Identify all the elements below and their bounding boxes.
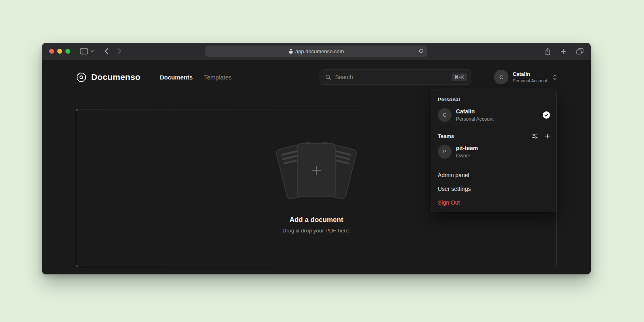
titlebar-right-actions <box>545 48 583 55</box>
chevron-down-icon[interactable] <box>90 50 94 52</box>
url-text: app.documenso.com <box>295 48 344 54</box>
desktop-background: app.documenso.com <box>0 0 644 322</box>
menu-item-admin-panel[interactable]: Admin panel <box>431 168 556 182</box>
dropzone-subtitle: Drag & drop your PDF here. <box>282 228 350 234</box>
account-type: Personal Account <box>512 78 547 83</box>
teams-section-label: Teams <box>438 133 454 139</box>
teams-section-header: Teams <box>431 132 556 143</box>
menu-item-sign-out[interactable]: Sign Out <box>431 196 556 209</box>
account-dropdown-menu: Personal C Catalin Personal Account Team… <box>431 90 557 212</box>
personal-account-item[interactable]: C Catalin Personal Account <box>431 106 556 127</box>
selector-chevrons-icon <box>553 74 557 80</box>
team-item-pit-team[interactable]: P pit-team Owner <box>431 143 556 164</box>
avatar: C <box>438 108 452 122</box>
app-content: Documenso Documents Templates ⌘+K C <box>42 60 591 274</box>
main-nav: Documents Templates <box>160 74 232 81</box>
document-card-front <box>297 143 336 197</box>
account-name: Catalin <box>512 71 547 77</box>
zoom-window-button[interactable] <box>65 49 70 54</box>
document-stack-illustration <box>272 142 361 204</box>
window-controls <box>49 49 70 54</box>
add-team-icon[interactable] <box>545 134 550 139</box>
search-input[interactable] <box>335 74 447 80</box>
close-window-button[interactable] <box>49 49 54 54</box>
personal-section-label: Personal <box>431 94 556 106</box>
personal-account-name: Catalin <box>456 108 493 115</box>
search-icon <box>325 74 331 80</box>
new-tab-icon[interactable] <box>560 48 567 54</box>
nav-documents[interactable]: Documents <box>160 74 193 81</box>
brand-name: Documenso <box>91 72 140 82</box>
address-bar[interactable]: app.documenso.com <box>205 46 427 57</box>
add-document-plus-icon <box>310 164 322 176</box>
personal-account-type: Personal Account <box>456 116 493 122</box>
team-role: Owner <box>456 153 478 159</box>
avatar: C <box>494 70 508 84</box>
menu-item-user-settings[interactable]: User settings <box>431 182 556 196</box>
account-menu-button[interactable]: C Catalin Personal Account <box>494 70 557 84</box>
refresh-icon[interactable] <box>418 48 424 54</box>
avatar: P <box>438 145 452 159</box>
dropzone-title: Add a document <box>289 216 343 224</box>
forward-button[interactable] <box>117 48 121 54</box>
sidebar-toggle-icon[interactable] <box>80 48 88 54</box>
nav-templates[interactable]: Templates <box>204 74 232 81</box>
menu-divider <box>431 165 556 165</box>
tab-overview-icon[interactable] <box>576 48 583 54</box>
browser-window: app.documenso.com <box>42 43 591 274</box>
menu-divider <box>431 128 556 128</box>
team-preferences-icon[interactable] <box>531 134 538 139</box>
selected-check-icon <box>543 111 550 119</box>
lock-icon[interactable] <box>289 49 293 54</box>
share-icon[interactable] <box>545 48 551 55</box>
team-name: pit-team <box>456 145 478 152</box>
brand-home-link[interactable]: Documenso <box>76 72 140 83</box>
back-button[interactable] <box>105 48 109 54</box>
documenso-logo-icon <box>76 72 87 83</box>
browser-titlebar: app.documenso.com <box>42 43 591 60</box>
search-shortcut-badge: ⌘+K <box>452 73 467 81</box>
search-box[interactable]: ⌘+K <box>320 69 471 85</box>
minimize-window-button[interactable] <box>57 49 62 54</box>
